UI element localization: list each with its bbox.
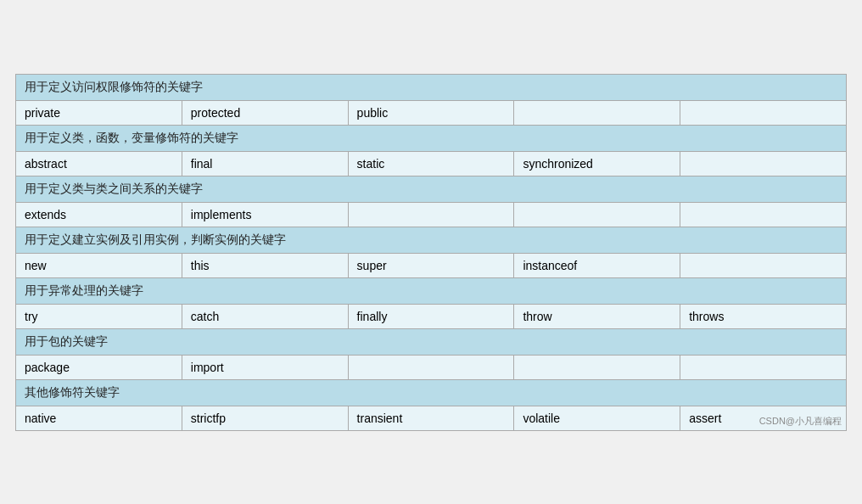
table-row: trycatchfinallythrowthrows (16, 304, 847, 328)
table-cell (514, 355, 680, 379)
table-cell: throws (680, 304, 847, 328)
table-cell (680, 151, 847, 176)
table-row: extendsimplements (16, 202, 847, 227)
section-header: 用于异常处理的关键字 (16, 277, 847, 304)
table-cell (348, 355, 514, 379)
table-cell (680, 253, 847, 277)
table-cell (514, 100, 680, 125)
table-cell: static (348, 151, 514, 176)
table-cell: synchronized (514, 151, 680, 176)
section-header: 用于包的关键字 (16, 328, 847, 355)
attribution-label: CSDN@小凡喜编程 (759, 415, 842, 428)
section-header-row: 用于定义访问权限修饰符的关键字 (16, 74, 847, 100)
table-cell: final (182, 151, 348, 176)
table-cell: this (182, 253, 348, 277)
section-header: 用于定义类与类之间关系的关键字 (16, 176, 847, 202)
table-cell: finally (348, 304, 514, 328)
section-header: 用于定义建立实例及引用实例，判断实例的关键字 (16, 227, 847, 253)
table-cell: strictfp (182, 406, 348, 430)
section-header-row: 用于异常处理的关键字 (16, 277, 847, 304)
keywords-table: 用于定义访问权限修饰符的关键字privateprotectedpublic用于定… (15, 74, 847, 431)
table-cell: volatile (514, 406, 680, 430)
table-cell: new (16, 253, 182, 277)
section-header-row: 用于定义建立实例及引用实例，判断实例的关键字 (16, 227, 847, 253)
section-header-row: 用于定义类与类之间关系的关键字 (16, 176, 847, 202)
section-header-row: 其他修饰符关键字 (16, 379, 847, 406)
table-cell (680, 202, 847, 227)
table-cell: implements (182, 202, 348, 227)
table-cell: throw (514, 304, 680, 328)
table-cell: import (182, 355, 348, 379)
table-cell: private (16, 100, 182, 125)
table-cell: abstract (16, 151, 182, 176)
table-cell: catch (182, 304, 348, 328)
section-header: 用于定义类，函数，变量修饰符的关键字 (16, 125, 847, 151)
table-cell (680, 100, 847, 125)
table-cell: native (16, 406, 182, 430)
table-cell: extends (16, 202, 182, 227)
table-cell: protected (182, 100, 348, 125)
table-cell (514, 202, 680, 227)
table-cell: public (348, 100, 514, 125)
table-cell: instanceof (514, 253, 680, 277)
table-row: privateprotectedpublic (16, 100, 847, 125)
section-header: 用于定义访问权限修饰符的关键字 (16, 74, 847, 100)
table-cell: try (16, 304, 182, 328)
table-cell (680, 355, 847, 379)
table-row: nativestrictfptransientvolatileassert (16, 406, 847, 430)
section-header-row: 用于包的关键字 (16, 328, 847, 355)
section-header: 其他修饰符关键字 (16, 379, 847, 406)
table-row: abstractfinalstaticsynchronized (16, 151, 847, 176)
table-row: newthissuperinstanceof (16, 253, 847, 277)
table-row: packageimport (16, 355, 847, 379)
table-cell: transient (348, 406, 514, 430)
section-header-row: 用于定义类，函数，变量修饰符的关键字 (16, 125, 847, 151)
table-cell: package (16, 355, 182, 379)
table-cell: super (348, 253, 514, 277)
table-cell (348, 202, 514, 227)
